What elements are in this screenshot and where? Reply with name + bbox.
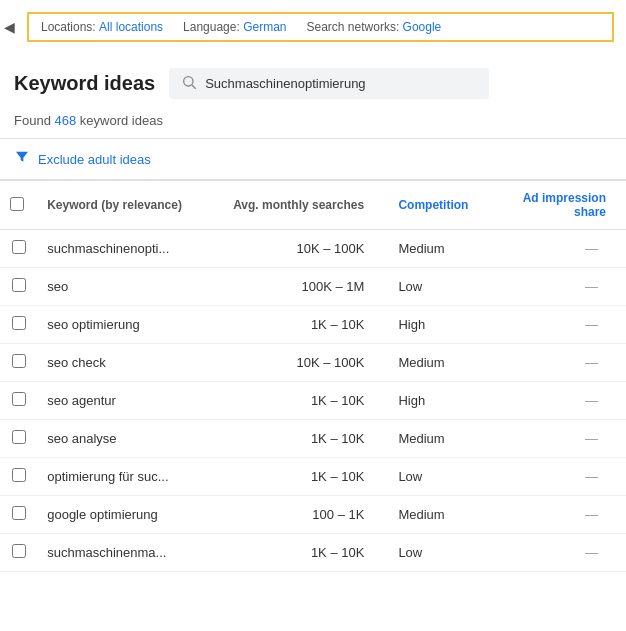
- table-row: suchmaschinenopti...10K – 100KMedium—: [0, 230, 626, 268]
- row-checkbox-cell[interactable]: [0, 382, 37, 420]
- row-checkbox-cell[interactable]: [0, 534, 37, 572]
- row-checkbox[interactable]: [12, 468, 26, 482]
- row-checkbox-cell[interactable]: [0, 268, 37, 306]
- table-row: optimierung für suc...1K – 10KLow—: [0, 458, 626, 496]
- table-row: seo analyse1K – 10KMedium—: [0, 420, 626, 458]
- row-checkbox[interactable]: [12, 240, 26, 254]
- col-header-checkbox: [0, 181, 37, 230]
- row-impression: —: [492, 458, 626, 496]
- row-competition: Low: [388, 534, 491, 572]
- row-checkbox[interactable]: [12, 544, 26, 558]
- row-keyword: seo: [37, 268, 223, 306]
- search-box[interactable]: Suchmaschinenoptimierung: [169, 68, 489, 99]
- row-monthly: 1K – 10K: [223, 420, 388, 458]
- row-impression: —: [492, 382, 626, 420]
- table-row: seo optimierung1K – 10KHigh—: [0, 306, 626, 344]
- locations-value[interactable]: All locations: [99, 20, 163, 34]
- row-competition: Medium: [388, 420, 491, 458]
- row-checkbox[interactable]: [12, 392, 26, 406]
- row-competition: Medium: [388, 230, 491, 268]
- row-keyword: seo check: [37, 344, 223, 382]
- row-impression: —: [492, 344, 626, 382]
- row-checkbox-cell[interactable]: [0, 230, 37, 268]
- table-row: seo agentur1K – 10KHigh—: [0, 382, 626, 420]
- row-competition: High: [388, 306, 491, 344]
- row-competition: Low: [388, 458, 491, 496]
- filter-icon: [14, 149, 30, 169]
- row-impression: —: [492, 534, 626, 572]
- locations-item: Locations: All locations: [41, 20, 163, 34]
- search-networks-item: Search networks: Google: [307, 20, 442, 34]
- found-count: Found 468 keyword ideas: [0, 109, 626, 138]
- svg-point-0: [184, 77, 193, 86]
- row-keyword: google optimierung: [37, 496, 223, 534]
- row-competition: High: [388, 382, 491, 420]
- row-impression: —: [492, 268, 626, 306]
- col-header-impression: Ad impression share: [492, 181, 626, 230]
- filter-row: Exclude adult ideas: [0, 139, 626, 179]
- col-header-keyword: Keyword (by relevance): [37, 181, 223, 230]
- row-checkbox-cell[interactable]: [0, 458, 37, 496]
- row-impression: —: [492, 230, 626, 268]
- row-monthly: 100 – 1K: [223, 496, 388, 534]
- col-header-competition: Competition: [388, 181, 491, 230]
- row-impression: —: [492, 420, 626, 458]
- row-keyword: suchmaschinenma...: [37, 534, 223, 572]
- row-checkbox-cell[interactable]: [0, 344, 37, 382]
- row-checkbox[interactable]: [12, 316, 26, 330]
- search-value: Suchmaschinenoptimierung: [205, 76, 365, 91]
- row-checkbox-cell[interactable]: [0, 496, 37, 534]
- language-value[interactable]: German: [243, 20, 286, 34]
- row-checkbox[interactable]: [12, 354, 26, 368]
- search-icon: [181, 74, 197, 93]
- top-bar: Locations: All locations Language: Germa…: [27, 12, 614, 42]
- row-checkbox[interactable]: [12, 506, 26, 520]
- select-all-checkbox[interactable]: [10, 197, 24, 211]
- row-checkbox[interactable]: [12, 430, 26, 444]
- row-keyword: seo optimierung: [37, 306, 223, 344]
- svg-line-1: [192, 85, 196, 89]
- row-monthly: 10K – 100K: [223, 230, 388, 268]
- row-monthly: 1K – 10K: [223, 534, 388, 572]
- row-impression: —: [492, 306, 626, 344]
- col-header-monthly: Avg. monthly searches: [223, 181, 388, 230]
- row-competition: Medium: [388, 344, 491, 382]
- row-keyword: optimierung für suc...: [37, 458, 223, 496]
- keyword-table: Keyword (by relevance) Avg. monthly sear…: [0, 180, 626, 572]
- row-keyword: seo analyse: [37, 420, 223, 458]
- table-row: suchmaschinenma...1K – 10KLow—: [0, 534, 626, 572]
- row-monthly: 10K – 100K: [223, 344, 388, 382]
- back-arrow[interactable]: ◀: [4, 19, 15, 35]
- row-keyword: seo agentur: [37, 382, 223, 420]
- table-row: google optimierung100 – 1KMedium—: [0, 496, 626, 534]
- row-monthly: 1K – 10K: [223, 382, 388, 420]
- row-checkbox[interactable]: [12, 278, 26, 292]
- row-competition: Medium: [388, 496, 491, 534]
- exclude-adult-link[interactable]: Exclude adult ideas: [38, 152, 151, 167]
- row-keyword: suchmaschinenopti...: [37, 230, 223, 268]
- row-checkbox-cell[interactable]: [0, 306, 37, 344]
- row-checkbox-cell[interactable]: [0, 420, 37, 458]
- header: Keyword ideas Suchmaschinenoptimierung: [0, 54, 626, 109]
- table-row: seo100K – 1MLow—: [0, 268, 626, 306]
- table-row: seo check10K – 100KMedium—: [0, 344, 626, 382]
- search-networks-value[interactable]: Google: [403, 20, 442, 34]
- row-impression: —: [492, 496, 626, 534]
- row-competition: Low: [388, 268, 491, 306]
- row-monthly: 1K – 10K: [223, 458, 388, 496]
- page-title: Keyword ideas: [14, 72, 155, 95]
- language-item: Language: German: [183, 20, 286, 34]
- row-monthly: 100K – 1M: [223, 268, 388, 306]
- row-monthly: 1K – 10K: [223, 306, 388, 344]
